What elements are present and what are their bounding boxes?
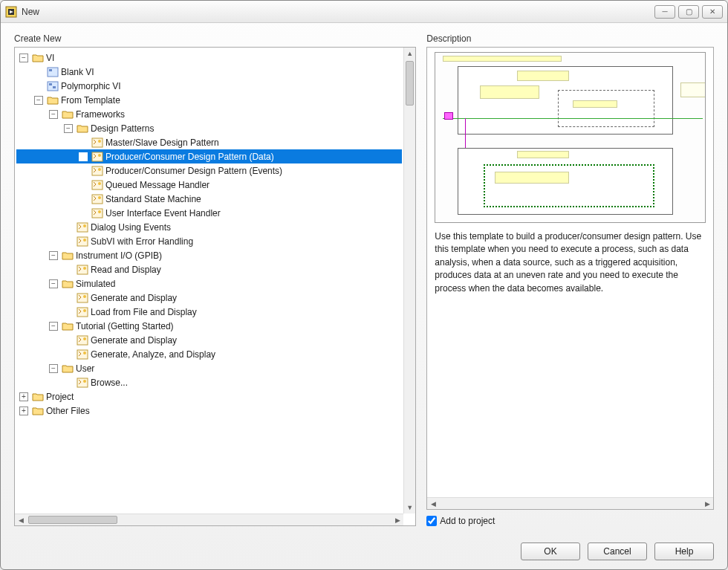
vertical-scrollbar[interactable]: ▲ ▼ <box>403 48 415 514</box>
svg-rect-18 <box>92 209 103 218</box>
minus-icon[interactable]: − <box>19 54 28 62</box>
svg-rect-6 <box>49 83 52 85</box>
scroll-thumb[interactable] <box>406 61 414 106</box>
tree-item-std-state[interactable]: Standard State Machine <box>16 192 402 206</box>
svg-rect-8 <box>92 138 103 147</box>
minus-icon[interactable]: − <box>49 110 58 119</box>
svg-rect-16 <box>92 195 103 204</box>
svg-rect-34 <box>77 378 88 387</box>
template-icon <box>91 137 103 149</box>
tree-item-tut-gen-analyze[interactable]: Generate, Analyze, and Display <box>16 347 402 361</box>
create-new-panel: Create New − VI Blank VI <box>14 33 416 526</box>
template-icon <box>77 306 88 318</box>
scroll-thumb[interactable] <box>28 516 117 524</box>
new-dialog: New ─ ▢ ✕ Create New − VI Bl <box>0 0 728 570</box>
template-preview <box>435 52 706 223</box>
scroll-right-icon[interactable]: ▶ <box>391 514 403 525</box>
window-title: New <box>22 7 39 17</box>
template-icon <box>91 151 103 163</box>
minus-icon[interactable]: − <box>49 251 58 260</box>
folder-icon <box>62 250 74 262</box>
tree-item-master-slave[interactable]: Master/Slave Design Pattern <box>16 135 402 149</box>
svg-rect-32 <box>77 350 88 359</box>
tree-item-other-files[interactable]: + Other Files <box>16 404 402 418</box>
tree-item-producer-consumer-data[interactable]: Producer/Consumer Design Pattern (Data) <box>16 149 402 163</box>
svg-point-33 <box>83 352 86 354</box>
tree-item-user[interactable]: − User <box>16 361 402 375</box>
cancel-button[interactable]: Cancel <box>588 543 647 560</box>
content-area: Create New − VI Blank VI <box>1 23 727 534</box>
scroll-down-icon[interactable]: ▼ <box>404 502 415 514</box>
horizontal-scrollbar[interactable]: ◀ ▶ <box>15 514 403 525</box>
svg-point-9 <box>98 140 101 143</box>
svg-rect-3 <box>48 68 58 77</box>
svg-rect-4 <box>49 69 52 71</box>
tree-item-load-file[interactable]: Load from File and Display <box>16 305 402 319</box>
minus-icon[interactable]: − <box>49 279 58 288</box>
plus-icon[interactable]: + <box>19 392 28 401</box>
ok-button[interactable]: OK <box>521 543 580 560</box>
maximize-button[interactable]: ▢ <box>678 5 699 19</box>
tree-item-tutorial[interactable]: − Tutorial (Getting Started) <box>16 319 402 333</box>
description-box: Use this template to build a producer/co… <box>426 47 714 510</box>
tree-item-project[interactable]: + Project <box>16 389 402 404</box>
description-label: Description <box>426 33 714 44</box>
folder-icon <box>32 405 44 417</box>
svg-point-23 <box>83 239 86 242</box>
tree-item-instrument-io[interactable]: − Instrument I/O (GPIB) <box>16 248 402 262</box>
tree-item-frameworks[interactable]: − Frameworks <box>16 107 402 121</box>
description-panel: Description U <box>426 33 714 526</box>
folder-icon <box>47 94 59 106</box>
add-to-project-input[interactable] <box>426 516 437 526</box>
svg-point-11 <box>98 154 101 157</box>
svg-point-17 <box>98 196 101 199</box>
svg-rect-28 <box>77 308 88 317</box>
scroll-left-icon[interactable]: ◀ <box>15 514 27 525</box>
tree-item-blank-vi[interactable]: Blank VI <box>16 65 402 79</box>
tree-item-gen-display[interactable]: Generate and Display <box>16 291 402 305</box>
minus-icon[interactable]: − <box>34 96 43 105</box>
tree-item-browse[interactable]: Browse... <box>16 375 402 389</box>
description-hscroll[interactable]: ◀ ▶ <box>427 497 713 509</box>
tree-container: − VI Blank VI Polymorphic VI <box>14 47 416 526</box>
template-icon <box>77 292 88 304</box>
tree-item-design-patterns[interactable]: − Design Patterns <box>16 121 402 135</box>
folder-icon <box>62 363 74 375</box>
svg-rect-24 <box>77 265 88 274</box>
minus-icon[interactable]: − <box>64 124 73 133</box>
scroll-right-icon[interactable]: ▶ <box>701 498 713 509</box>
template-icon <box>91 193 103 205</box>
minus-icon[interactable]: − <box>49 322 58 331</box>
tree-item-dialog-events[interactable]: Dialog Using Events <box>16 220 402 234</box>
svg-rect-26 <box>77 294 88 302</box>
tree[interactable]: − VI Blank VI Polymorphic VI <box>15 48 403 514</box>
tree-item-tut-gen[interactable]: Generate and Display <box>16 333 402 347</box>
minimize-button[interactable]: ─ <box>654 5 675 19</box>
tree-item-from-template[interactable]: − From Template <box>16 93 402 107</box>
tree-item-polymorphic-vi[interactable]: Polymorphic VI <box>16 79 402 93</box>
scroll-up-icon[interactable]: ▲ <box>404 48 415 59</box>
help-button[interactable]: Help <box>654 543 714 560</box>
svg-point-15 <box>98 182 101 185</box>
folder-icon <box>32 52 44 64</box>
add-to-project-label: Add to project <box>440 516 495 526</box>
folder-icon <box>77 123 88 135</box>
close-button[interactable]: ✕ <box>702 5 723 19</box>
tree-item-read-display[interactable]: Read and Display <box>16 262 402 276</box>
scroll-left-icon[interactable]: ◀ <box>427 498 439 509</box>
svg-rect-14 <box>92 181 103 190</box>
tree-item-subvi-error[interactable]: SubVI with Error Handling <box>16 234 402 248</box>
minus-icon[interactable]: − <box>49 364 58 373</box>
add-to-project-checkbox[interactable]: Add to project <box>426 516 714 526</box>
tree-item-ui-event[interactable]: User Interface Event Handler <box>16 206 402 220</box>
tree-item-producer-consumer-events[interactable]: Producer/Consumer Design Pattern (Events… <box>16 163 402 178</box>
tree-item-simulated[interactable]: − Simulated <box>16 276 402 291</box>
tree-item-vi[interactable]: − VI <box>16 51 402 65</box>
tree-item-queued-msg[interactable]: Queued Message Handler <box>16 178 402 192</box>
template-icon <box>77 349 88 360</box>
plus-icon[interactable]: + <box>19 407 28 415</box>
button-bar: OK Cancel Help <box>1 534 727 569</box>
svg-rect-20 <box>77 223 88 232</box>
titlebar: New ─ ▢ ✕ <box>1 1 727 23</box>
template-icon <box>91 207 103 219</box>
